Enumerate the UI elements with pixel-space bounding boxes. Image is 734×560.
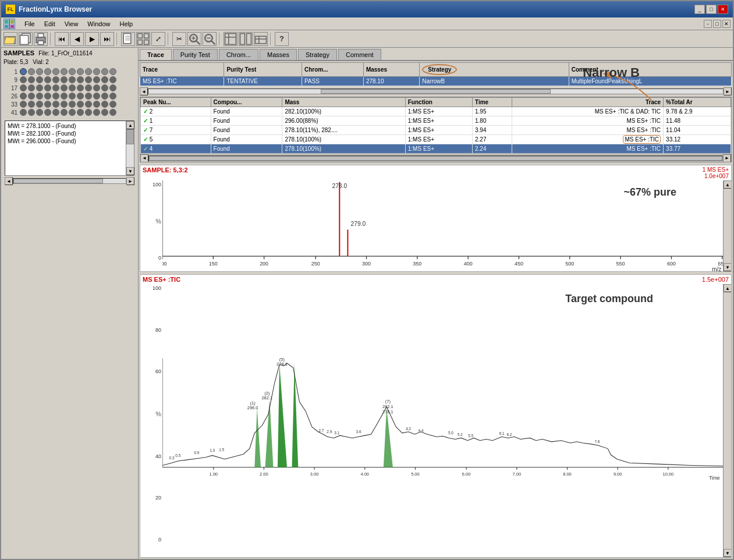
plate-well[interactable] — [36, 68, 43, 75]
plate-well[interactable] — [93, 76, 100, 83]
plate-well[interactable] — [36, 76, 43, 83]
toolbar-copy[interactable] — [19, 32, 33, 46]
plate-well[interactable] — [44, 109, 51, 116]
plate-well[interactable] — [52, 101, 59, 108]
toolbar-help[interactable]: ? — [275, 32, 289, 46]
toolbar-table1[interactable] — [224, 32, 237, 46]
plate-well[interactable] — [61, 101, 68, 108]
plate-well[interactable] — [85, 109, 92, 116]
results-hscroll-left[interactable]: ◄ — [140, 87, 148, 95]
minimize-button[interactable]: _ — [694, 5, 705, 14]
close-button[interactable]: ✕ — [718, 5, 728, 14]
plate-well[interactable] — [61, 68, 68, 75]
plate-well[interactable] — [36, 84, 43, 91]
plate-well[interactable] — [52, 84, 59, 91]
mwt-scroll-thumb[interactable] — [126, 129, 134, 144]
menu-window[interactable]: Window — [83, 19, 115, 29]
plate-well[interactable] — [109, 101, 116, 108]
close-inner[interactable]: ✕ — [722, 20, 731, 28]
plate-well[interactable] — [69, 84, 76, 91]
plate-well[interactable] — [101, 84, 108, 91]
plate-well[interactable] — [61, 76, 68, 83]
plate-well[interactable] — [101, 101, 108, 108]
peaks-hscroll-right[interactable]: ► — [723, 154, 731, 162]
plate-well[interactable] — [85, 101, 92, 108]
plate-well[interactable] — [77, 68, 84, 75]
tic-vscroll-up[interactable]: ▲ — [724, 284, 731, 292]
toolbar-zoom2[interactable] — [203, 32, 217, 46]
plate-well[interactable] — [61, 93, 68, 100]
plate-well[interactable] — [28, 84, 35, 91]
plate-well[interactable] — [101, 76, 108, 83]
menu-view[interactable]: View — [60, 19, 83, 29]
plate-well[interactable] — [85, 84, 92, 91]
plate-well[interactable] — [93, 93, 100, 100]
plate-well[interactable] — [28, 93, 35, 100]
plate-well[interactable] — [44, 101, 51, 108]
table-row[interactable]: ✓ 5 Found 278.10(100%) 1:MS ES+ 2.27 MS … — [141, 135, 731, 144]
plate-well[interactable] — [109, 93, 116, 100]
toolbar-prev[interactable]: ◀ — [70, 32, 84, 46]
results-hscroll-right[interactable]: ► — [724, 87, 732, 95]
menu-file[interactable]: File — [20, 19, 40, 29]
plate-well[interactable] — [69, 101, 76, 108]
plate-well[interactable] — [85, 68, 92, 75]
mwt-hscroll-right[interactable]: ► — [126, 177, 134, 185]
plate-well[interactable] — [52, 109, 59, 116]
mwt-entry-2[interactable]: MWt = 296.0000 - (Found) — [6, 137, 125, 145]
plate-well[interactable] — [20, 68, 27, 75]
table-row[interactable]: ✓ 2 Found 282.10(100%) 1:MS ES+ 1.95 MS … — [141, 107, 731, 116]
plate-well[interactable] — [20, 84, 27, 91]
tab-strategy[interactable]: Strategy — [298, 49, 337, 60]
plate-well[interactable] — [101, 68, 108, 75]
toolbar-next[interactable]: ▶ — [85, 32, 99, 46]
plate-well[interactable] — [101, 109, 108, 116]
menu-edit[interactable]: Edit — [40, 19, 60, 29]
mwt-hscroll-left[interactable]: ◄ — [5, 177, 13, 185]
plate-well[interactable] — [109, 109, 116, 116]
plate-well[interactable] — [28, 76, 35, 83]
plate-well[interactable] — [69, 76, 76, 83]
tab-trace[interactable]: Trace — [140, 49, 172, 60]
maximize-button[interactable]: □ — [706, 5, 717, 14]
tic-vscroll-down[interactable]: ▼ — [724, 549, 731, 557]
restore-inner[interactable]: □ — [713, 20, 721, 28]
plate-well[interactable] — [20, 109, 27, 116]
plate-well[interactable] — [44, 84, 51, 91]
plate-well[interactable] — [101, 93, 108, 100]
plate-well[interactable] — [28, 68, 35, 75]
peaks-hscroll-left[interactable]: ◄ — [140, 154, 148, 162]
minimize-inner[interactable]: - — [704, 20, 712, 28]
plate-well[interactable] — [77, 101, 84, 108]
plate-well[interactable] — [44, 93, 51, 100]
toolbar-grid[interactable] — [136, 32, 150, 46]
plate-well[interactable] — [52, 68, 59, 75]
toolbar-open[interactable] — [3, 32, 17, 46]
plate-well[interactable] — [36, 101, 43, 108]
toolbar-first[interactable]: ⏮ — [55, 32, 69, 46]
plate-well[interactable] — [77, 109, 84, 116]
results-hscroll-thumb[interactable] — [321, 89, 551, 94]
plate-well[interactable] — [28, 109, 35, 116]
plate-well[interactable] — [77, 93, 84, 100]
ms-vscroll-down[interactable]: ▼ — [724, 263, 731, 271]
toolbar-scissors[interactable]: ✂ — [172, 32, 186, 46]
plate-well[interactable] — [93, 109, 100, 116]
plate-well[interactable] — [52, 93, 59, 100]
plate-well[interactable] — [20, 93, 27, 100]
mwt-scroll-up[interactable]: ▲ — [126, 121, 134, 129]
plate-well[interactable] — [93, 101, 100, 108]
plate-well[interactable] — [77, 84, 84, 91]
plate-well[interactable] — [36, 93, 43, 100]
plate-well[interactable] — [69, 68, 76, 75]
mwt-scroll-down[interactable]: ▼ — [126, 167, 134, 175]
plate-well[interactable] — [109, 76, 116, 83]
plate-well[interactable] — [85, 76, 92, 83]
plate-well[interactable] — [20, 76, 27, 83]
peaks-hscroll-thumb[interactable] — [149, 156, 722, 161]
mwt-entry-0[interactable]: MWt = 278.1000 - (Found) — [6, 122, 125, 130]
plate-well[interactable] — [52, 76, 59, 83]
plate-well[interactable] — [77, 76, 84, 83]
plate-well[interactable] — [20, 101, 27, 108]
toolbar-print[interactable] — [34, 32, 48, 46]
